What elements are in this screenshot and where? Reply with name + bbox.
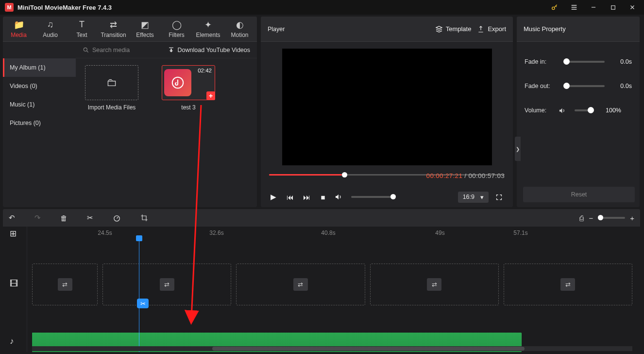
audio-clip-icon <box>164 69 191 96</box>
prev-frame-button[interactable]: ⏮ <box>285 193 295 201</box>
category-music[interactable]: Music (1) <box>3 95 76 114</box>
add-track-icon[interactable]: ⊞ <box>10 229 17 239</box>
player-title: Player <box>268 26 285 33</box>
fade-out-slider[interactable] <box>563 85 605 87</box>
collapse-panel-button[interactable]: ❯ <box>515 137 521 161</box>
search-input[interactable]: Search media <box>83 47 130 53</box>
tab-motion-label: Motion <box>231 32 248 38</box>
fullscreen-button[interactable] <box>495 194 505 201</box>
clip-slot[interactable]: ⇄ <box>504 264 632 305</box>
tab-transition[interactable]: ⇄ Transition <box>98 17 129 41</box>
fade-in-label: Fade in: <box>525 58 555 65</box>
module-tabstrip: 📁 Media ♫ Audio T Text ⇄ Transition ◩ Ef… <box>3 17 257 41</box>
category-my-album[interactable]: My Album (1) <box>3 58 76 77</box>
maximize-button[interactable] <box>603 0 623 15</box>
template-label: Template <box>446 25 472 33</box>
auto-fit-button[interactable]: ⎙ <box>579 214 584 222</box>
play-button[interactable]: ▶ <box>269 193 278 201</box>
ruler-mark: 49s <box>435 230 444 236</box>
add-to-timeline-button[interactable]: + <box>206 91 215 100</box>
timeline-toolbar: ↶ ↷ 🗑 ✂ ⎙ − + <box>3 209 640 227</box>
clip-slot[interactable]: ⇄ <box>102 264 231 305</box>
delete-button[interactable]: 🗑 <box>60 214 68 222</box>
zoom-slider[interactable] <box>598 217 625 219</box>
undo-button[interactable]: ↶ <box>9 213 15 222</box>
tab-elements[interactable]: ✦ Elements <box>192 17 224 41</box>
playhead-split-icon[interactable]: ✂ <box>137 299 149 308</box>
prop-volume-slider[interactable] <box>575 109 594 111</box>
clip-slot[interactable]: ⇄ <box>370 264 499 305</box>
video-track[interactable]: ⇄ ⇄ ⇄ ⇄ ⇄ <box>32 264 632 305</box>
music-note-icon: ♫ <box>47 20 54 30</box>
menu-icon[interactable] <box>564 0 584 15</box>
stop-button[interactable]: ■ <box>318 193 328 201</box>
tab-effects-label: Effects <box>136 32 153 38</box>
tab-filters[interactable]: ◯ Filters <box>161 17 192 41</box>
minimize-button[interactable] <box>584 0 603 15</box>
reset-button[interactable]: Reset <box>523 187 635 202</box>
tab-text[interactable]: T Text <box>66 17 98 41</box>
next-frame-button[interactable]: ⏭ <box>302 193 311 201</box>
zoom-in-button[interactable]: + <box>630 214 634 222</box>
folder-plus-icon: 🗀 <box>106 76 117 89</box>
category-videos[interactable]: Videos (0) <box>3 77 76 95</box>
split-button[interactable]: ✂ <box>87 213 93 222</box>
clip-name: test 3 <box>181 104 195 111</box>
upgrade-key-icon[interactable] <box>545 0 564 15</box>
properties-title: Music Property <box>524 25 566 33</box>
swap-icon: ⇄ <box>160 278 174 291</box>
tab-transition-label: Transition <box>101 32 126 38</box>
export-icon <box>477 25 485 33</box>
aspect-ratio-select[interactable]: 16:9 ▾ <box>458 192 489 203</box>
clip-thumbnail[interactable]: 02:42 + <box>162 65 215 100</box>
tab-media[interactable]: 📁 Media <box>3 17 34 41</box>
download-youtube-link[interactable]: Download YouTube Videos <box>168 46 250 53</box>
aspect-ratio-value: 16:9 <box>463 194 475 200</box>
timeline-scrollbar[interactable] <box>32 346 632 351</box>
properties-panel: ❯ Fade in: 0.0s Fade out: 0.0s Volume: 1… <box>517 41 640 207</box>
swap-icon: ⇄ <box>58 278 72 291</box>
playhead-handle-icon[interactable] <box>136 235 142 241</box>
media-clip-tile[interactable]: 02:42 + test 3 <box>159 65 218 111</box>
time-ruler[interactable]: 24.5s 32.6s 40.8s 49s 57.1s <box>27 227 640 241</box>
player-header: Player Template Export <box>261 17 513 41</box>
effects-icon: ◩ <box>141 20 149 30</box>
player-panel: 00:00:27:21 / 00:00:57:03 ▶ ⏮ ⏭ ■ 16:9 ▾ <box>261 41 513 207</box>
chevron-down-icon: ▾ <box>480 194 484 201</box>
svg-point-0 <box>552 7 555 9</box>
clip-slot[interactable]: ⇄ <box>236 264 365 305</box>
template-button[interactable]: Template <box>435 25 472 33</box>
tab-effects[interactable]: ◩ Effects <box>129 17 161 41</box>
svg-point-2 <box>84 48 87 51</box>
time-total: 00:00:57:03 <box>468 172 505 179</box>
close-button[interactable] <box>623 0 642 15</box>
fade-in-slider[interactable] <box>563 61 605 63</box>
ruler-mark: 57.1s <box>513 230 527 236</box>
import-media-tile[interactable]: 🗀 Import Media Files <box>83 65 141 111</box>
category-pictures[interactable]: Pictures (0) <box>3 114 76 132</box>
timeline[interactable]: ⊞ 🎞 ♪ 24.5s 32.6s 40.8s 49s 57.1s ⇄ ⇄ ⇄ … <box>3 227 640 352</box>
volume-label: Volume: <box>525 107 555 114</box>
svg-rect-1 <box>611 5 615 9</box>
zoom-out-button[interactable]: − <box>589 214 593 222</box>
export-button[interactable]: Export <box>477 25 506 33</box>
tab-audio[interactable]: ♫ Audio <box>34 17 66 41</box>
volume-icon[interactable] <box>335 193 344 201</box>
tab-filters-label: Filters <box>169 32 185 38</box>
search-icon <box>83 47 89 53</box>
playhead[interactable]: ✂ <box>139 241 139 352</box>
export-label: Export <box>488 25 506 33</box>
tab-motion[interactable]: ◐ Motion <box>224 17 255 41</box>
speaker-icon <box>559 107 566 114</box>
video-preview[interactable] <box>282 49 492 165</box>
redo-button[interactable]: ↷ <box>34 213 41 222</box>
sparkle-icon: ✦ <box>204 20 212 30</box>
import-box[interactable]: 🗀 <box>85 65 138 100</box>
clip-slot[interactable]: ⇄ <box>32 264 98 305</box>
download-youtube-label: Download YouTube Videos <box>178 47 250 53</box>
speed-button[interactable] <box>113 214 121 222</box>
volume-slider[interactable] <box>351 196 396 198</box>
swap-icon: ⇄ <box>427 278 441 291</box>
crop-button[interactable] <box>140 214 148 222</box>
tab-media-label: Media <box>11 32 27 38</box>
